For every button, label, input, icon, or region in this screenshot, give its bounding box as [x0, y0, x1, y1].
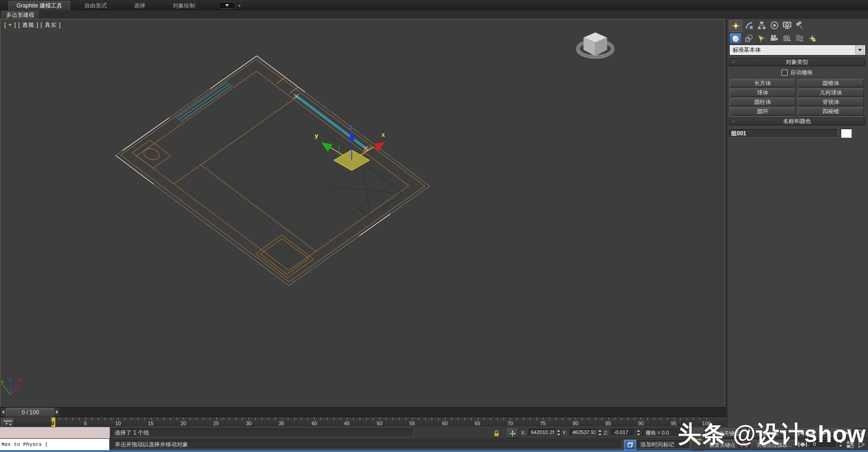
ruler-tick	[582, 418, 583, 420]
object-type-button[interactable]: 球体	[730, 88, 796, 97]
ruler-tick	[327, 418, 328, 420]
autogrid-checkbox[interactable]	[781, 70, 788, 76]
watermark: 头条 @设计show	[678, 419, 866, 450]
maxscript-listener-line1[interactable]	[0, 427, 110, 439]
ribbon-tab-freeform[interactable]: 自由形式	[77, 1, 114, 10]
viewport-canvas[interactable]: y z x	[0, 19, 725, 407]
arrow-right-icon	[56, 410, 58, 414]
absolute-mode-transform-typein[interactable]	[507, 429, 518, 438]
time-slider-handle[interactable]: 0 / 100	[6, 408, 55, 417]
viewcube[interactable]	[578, 32, 613, 57]
viewport-label[interactable]: [ + ] [ 透视 ] [ 真实 ]	[4, 21, 61, 29]
lock-icon	[493, 429, 500, 437]
tab-motion[interactable]	[768, 20, 780, 31]
ruler-label: 5	[79, 421, 93, 426]
tab-hierarchy[interactable]	[756, 20, 767, 31]
selected-pipe-object[interactable]	[296, 96, 365, 148]
ruler-tick	[543, 418, 544, 420]
ruler-tick	[125, 418, 125, 420]
ruler-tick	[59, 418, 60, 420]
ruler-tick	[72, 418, 73, 420]
y-coord-spinner[interactable]	[598, 429, 602, 436]
ruler-ticks: 0510152025303540455055606570758085909510…	[0, 417, 727, 427]
isolate-selection-toggle[interactable]	[624, 440, 636, 450]
z-coord-field[interactable]	[611, 429, 636, 436]
object-type-button[interactable]: 几何球体	[798, 88, 864, 97]
move-gizmo[interactable]: y z x	[315, 124, 385, 171]
y-coord-field[interactable]	[570, 429, 597, 436]
z-coord-spinner[interactable]	[636, 429, 640, 436]
tab-utilities[interactable]	[794, 20, 805, 31]
ribbon-tab-selection[interactable]: 选择	[126, 1, 153, 10]
collapse-icon: -	[733, 118, 734, 125]
kitchen-floorplan[interactable]	[116, 56, 430, 286]
gizmo-x-arrow[interactable]	[374, 142, 385, 151]
track-bar[interactable]: 0510152025303540455055606570758085909510…	[0, 417, 727, 428]
tab-modify[interactable]	[743, 20, 755, 31]
chevron-down-icon[interactable]	[238, 5, 241, 7]
ruler-tick	[562, 418, 563, 420]
object-type-button[interactable]: 圆锥体	[798, 79, 864, 87]
ruler-tick	[249, 418, 249, 420]
next-frame-button[interactable]	[55, 408, 59, 416]
dropdown-arrow-button[interactable]	[855, 46, 864, 55]
time-slider-track[interactable]: 0 / 100	[0, 407, 725, 417]
category-geometry[interactable]	[729, 33, 742, 44]
ruler-label: 0	[46, 421, 60, 426]
ruler-tick	[144, 418, 145, 420]
object-type-button[interactable]: 四棱锥	[798, 107, 864, 116]
ribbon-tab-graphite[interactable]: Graphite 建模工具	[8, 1, 70, 10]
rollout-name-color-header[interactable]: - 名称和颜色	[729, 117, 865, 125]
ruler-tick	[183, 418, 184, 420]
tab-polygon-modeling[interactable]: 多边形建模	[2, 11, 39, 19]
ruler-tick	[667, 418, 668, 420]
ruler-tick	[111, 418, 112, 420]
ruler-label: 45	[340, 421, 354, 426]
ruler-tick	[242, 418, 243, 420]
ruler-tick	[79, 418, 79, 420]
tab-display[interactable]	[781, 20, 793, 31]
ruler-tick	[236, 418, 236, 420]
ruler-tick	[164, 418, 164, 420]
object-type-button[interactable]: 管状体	[798, 98, 864, 106]
category-shapes[interactable]	[743, 33, 754, 43]
primitive-category-dropdown[interactable]: 标准基本体	[730, 45, 865, 55]
world-axis-z-label: z	[9, 377, 12, 383]
object-type-button[interactable]: 圆环	[730, 107, 796, 116]
previous-frame-button[interactable]	[0, 408, 5, 416]
gizmo-y-arrow[interactable]	[321, 142, 332, 152]
autogrid-label: 自动栅格	[790, 69, 813, 77]
ruler-label: 70	[503, 421, 517, 426]
category-lights[interactable]	[756, 33, 767, 43]
ruler-label: 35	[275, 421, 289, 426]
rollout-name-color-title: 名称和颜色	[783, 118, 811, 125]
ruler-tick	[621, 418, 622, 420]
category-helpers[interactable]	[781, 33, 792, 43]
category-systems[interactable]	[806, 33, 818, 43]
maxscript-listener-line2[interactable]: Max to Physcs (	[0, 439, 110, 451]
category-space-warps[interactable]	[794, 33, 805, 43]
x-coord-spinner[interactable]	[556, 429, 560, 436]
tab-create[interactable]	[729, 20, 742, 32]
motion-icon	[770, 21, 779, 30]
ribbon-minimize-button[interactable]	[219, 2, 236, 9]
selection-lock-toggle[interactable]	[492, 429, 501, 437]
ruler-tick	[86, 418, 86, 420]
category-cameras[interactable]	[768, 33, 780, 43]
perspective-viewport[interactable]: [ + ] [ 透视 ] [ 真实 ]	[0, 19, 725, 407]
ribbon-tab-object-paint[interactable]: 对象绘制	[165, 1, 203, 10]
lights-icon	[758, 34, 765, 42]
x-coord-field[interactable]	[529, 429, 556, 436]
ruler-tick	[262, 418, 262, 420]
ruler-tick	[576, 418, 576, 420]
dropdown-value: 标准基本体	[730, 46, 855, 54]
object-type-button[interactable]: 长方体	[730, 79, 796, 87]
ruler-tick	[98, 418, 99, 420]
ruler-label: 25	[209, 421, 223, 426]
ruler-tick	[549, 418, 550, 420]
ruler-label: 20	[176, 421, 190, 426]
rollout-object-type-header[interactable]: - 对象类型	[729, 58, 865, 66]
object-name-field[interactable]	[729, 129, 838, 138]
object-color-swatch[interactable]	[841, 129, 852, 138]
object-type-button[interactable]: 圆柱体	[730, 98, 796, 106]
